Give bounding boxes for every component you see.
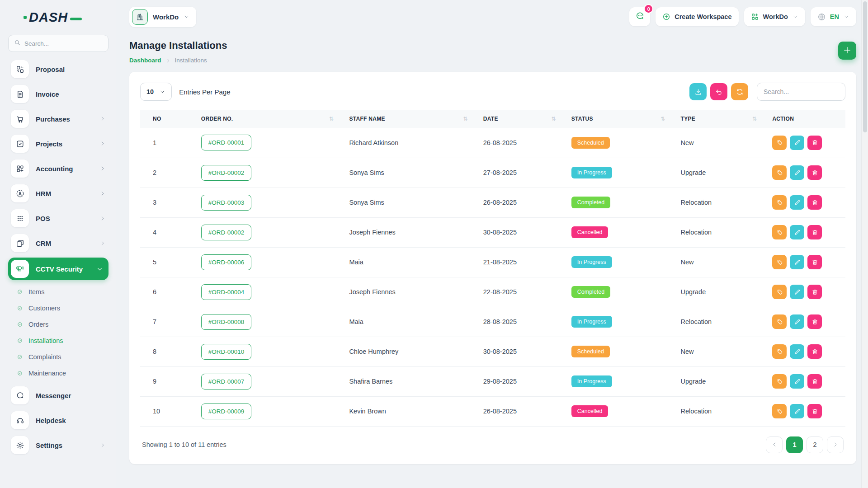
undo-button[interactable]	[710, 83, 727, 100]
scrollbar-thumb[interactable]	[863, 1, 867, 132]
table-row: 3#ORD-00003Sonya Sims26-08-2025Completed…	[140, 188, 845, 217]
sort-icon[interactable]: ⇅	[660, 116, 671, 122]
delete-button[interactable]	[807, 404, 822, 418]
delete-button[interactable]	[807, 314, 822, 329]
edit-button[interactable]	[790, 225, 804, 239]
order-number-badge[interactable]: #ORD-00008	[201, 314, 252, 330]
edit-button[interactable]	[790, 404, 804, 418]
order-number-badge[interactable]: #ORD-00006	[201, 254, 252, 270]
column-label: STAFF NAME	[349, 116, 385, 122]
sidebar-item-crm[interactable]: CRM	[8, 232, 108, 254]
sidebar-item-pos[interactable]: POS	[8, 207, 108, 229]
sidebar-group-cctv-security[interactable]: CCTV Security	[8, 258, 108, 280]
sidebar-subitem-orders[interactable]: Orders	[8, 316, 108, 333]
tag-button[interactable]	[772, 136, 787, 150]
pagination-page-1[interactable]: 1	[786, 436, 803, 453]
order-number-badge[interactable]: #ORD-00004	[201, 284, 252, 300]
table-search-input[interactable]	[757, 83, 845, 101]
sidebar-subitem-customers[interactable]: Customers	[8, 300, 108, 316]
tag-button[interactable]	[772, 374, 787, 389]
delete-button[interactable]	[807, 195, 822, 210]
refresh-button[interactable]	[731, 83, 748, 100]
staff-name: Joseph Fiennes	[344, 277, 478, 307]
delete-button[interactable]	[807, 285, 822, 299]
chevron-down-icon	[843, 14, 849, 20]
sidebar-item-purchases[interactable]: Purchases	[8, 108, 108, 130]
delete-button[interactable]	[807, 225, 822, 239]
pagination-next-button[interactable]	[827, 436, 844, 453]
scrollbar[interactable]	[861, 0, 868, 488]
pagination-page-2[interactable]: 2	[807, 436, 823, 453]
entries-per-page-select[interactable]: 10	[140, 83, 172, 101]
column-label: ORDER NO.	[201, 116, 233, 122]
delete-button[interactable]	[807, 344, 822, 359]
sort-icon[interactable]: ⇅	[329, 116, 340, 122]
edit-button[interactable]	[790, 314, 804, 329]
status-badge: In Progress	[571, 256, 612, 268]
column-header-date[interactable]: DATE⇅	[479, 110, 567, 128]
delete-button[interactable]	[807, 374, 822, 389]
sidebar-item-invoice[interactable]: Invoice	[8, 83, 108, 105]
edit-button[interactable]	[790, 374, 804, 389]
edit-button[interactable]	[790, 195, 804, 210]
column-header-type[interactable]: TYPE⇅	[676, 110, 768, 128]
export-button[interactable]	[689, 83, 707, 100]
breadcrumb-dashboard-link[interactable]: Dashboard	[129, 57, 161, 64]
messages-button[interactable]: 0	[629, 7, 650, 26]
tag-button[interactable]	[772, 225, 787, 239]
tag-button[interactable]	[772, 255, 787, 269]
tag-button[interactable]	[772, 285, 787, 299]
sort-icon[interactable]: ⇅	[463, 116, 474, 122]
delete-button[interactable]	[807, 165, 822, 180]
tag-button[interactable]	[772, 195, 787, 210]
order-number-badge[interactable]: #ORD-00002	[201, 165, 252, 181]
edit-button[interactable]	[790, 165, 804, 180]
sidebar-item-projects[interactable]: Projects	[8, 133, 108, 155]
order-number-badge[interactable]: #ORD-00010	[201, 344, 252, 360]
sidebar-item-hrm[interactable]: HRM	[8, 183, 108, 204]
edit-button[interactable]	[790, 285, 804, 299]
order-number-badge[interactable]: #ORD-00003	[201, 195, 252, 211]
column-header-status[interactable]: STATUS⇅	[567, 110, 676, 128]
delete-button[interactable]	[807, 255, 822, 269]
sidebar-item-accounting[interactable]: Accounting	[8, 158, 108, 179]
tag-button[interactable]	[772, 165, 787, 180]
add-installation-button[interactable]	[838, 42, 856, 60]
sidebar-search-input[interactable]	[24, 40, 103, 47]
order-number-badge[interactable]: #ORD-00002	[201, 225, 252, 240]
create-workspace-button[interactable]: Create Workspace	[656, 7, 738, 26]
delete-button[interactable]	[807, 136, 822, 150]
sidebar-subitem-maintenance[interactable]: Maintenance	[8, 365, 108, 381]
sort-icon[interactable]: ⇅	[752, 116, 763, 122]
order-number-badge[interactable]: #ORD-00007	[201, 374, 252, 389]
tag-button[interactable]	[772, 314, 787, 329]
column-header-staff-name[interactable]: STAFF NAME⇅	[344, 110, 478, 128]
workdo-menu-button[interactable]: WorkDo	[744, 7, 805, 26]
logo-dash-icon	[70, 18, 82, 20]
workspace-selector[interactable]: WorkDo	[129, 7, 196, 27]
sidebar-subitem-items[interactable]: Items	[8, 284, 108, 300]
edit-button[interactable]	[790, 344, 804, 359]
chevron-down-icon	[96, 266, 103, 272]
tag-button[interactable]	[772, 404, 787, 418]
row-actions	[768, 307, 845, 337]
install-date: 30-08-2025	[479, 337, 567, 366]
edit-button[interactable]	[790, 136, 804, 150]
sort-icon[interactable]: ⇅	[551, 116, 562, 122]
sidebar-item-proposal[interactable]: Proposal	[8, 58, 108, 80]
logo[interactable]: DASH	[8, 7, 108, 26]
sidebar-item-messenger[interactable]: Messenger	[8, 385, 108, 406]
order-number-badge[interactable]: #ORD-00001	[201, 135, 252, 150]
status-badge: Scheduled	[571, 346, 610, 357]
sidebar-item-helpdesk[interactable]: Helpdesk	[8, 409, 108, 431]
order-number-badge[interactable]: #ORD-00009	[201, 404, 252, 419]
tag-button[interactable]	[772, 344, 787, 359]
column-header-order-no[interactable]: ORDER NO.⇅	[197, 110, 345, 128]
sidebar-subitem-installations[interactable]: Installations	[8, 333, 108, 349]
sidebar-subitem-complaints[interactable]: Complaints	[8, 349, 108, 365]
row-number: 1	[140, 128, 197, 158]
edit-button[interactable]	[790, 255, 804, 269]
pagination-prev-button[interactable]	[766, 436, 783, 453]
sidebar-item-settings[interactable]: Settings	[8, 434, 108, 456]
language-selector[interactable]: EN	[811, 7, 856, 26]
